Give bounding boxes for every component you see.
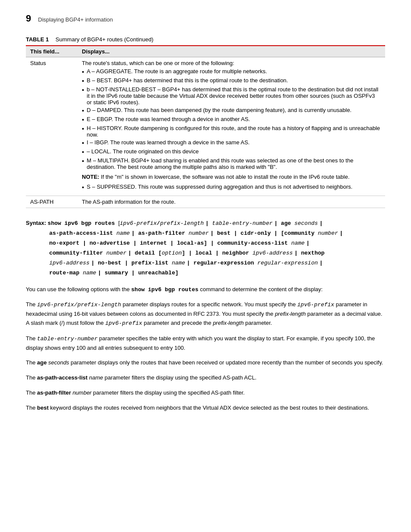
field-aspath: AS-PATH	[26, 196, 78, 208]
syntax-seconds: seconds	[294, 220, 318, 227]
syntax-pipe8: |	[319, 260, 323, 266]
inline-prefixlen2: prefix-length	[213, 320, 244, 326]
syntax-section: Syntax: show ipv6 bgp routes [ipv6-prefi…	[26, 218, 385, 278]
syntax-aspathfilter: as-path-filter	[138, 230, 189, 236]
para-best: The best keyword displays the routes rec…	[26, 404, 385, 413]
table-row: Status The route's status, which can be …	[26, 57, 385, 196]
para-aspathfilter: The as-path-filter number parameter filt…	[26, 389, 385, 398]
inline-seconds: seconds	[48, 359, 69, 366]
syntax-pipe2: |	[274, 220, 281, 227]
syntax-ipv6addr1: ipv6-address	[252, 250, 293, 256]
syntax-number1: number	[189, 230, 209, 236]
table-row: AS-PATH The AS-path information for the …	[26, 196, 385, 208]
page-header: 9 Displaying BGP4+ information	[26, 13, 385, 24]
inline-code-showipv6: show ipv6 bgp routes	[131, 286, 199, 293]
inline-tableentry: table-entry-number	[37, 336, 97, 342]
syntax-best: best | cidr-only | [community	[217, 230, 318, 236]
syntax-number2: number	[318, 230, 338, 236]
field-status: Status	[26, 57, 78, 196]
main-table: This field... Displays... Status The rou…	[26, 45, 385, 208]
syntax-age: age	[281, 220, 294, 227]
syntax-pipe1: |	[206, 220, 212, 227]
list-item: M – MULTIPATH. BGP4+ load sharing is ena…	[82, 157, 381, 170]
syntax-ipv6prefix: ipv6-prefix	[120, 220, 157, 227]
syntax-number3: number	[106, 250, 127, 256]
syntax-slash: /	[157, 220, 160, 227]
table-header-row: This field... Displays...	[26, 46, 385, 57]
syntax-name4: name	[83, 270, 96, 276]
syntax-name1: name	[116, 230, 130, 236]
note-text: If the "m" is shown in lowercase, the so…	[101, 174, 349, 180]
inline-ipv6prefix2: ipv6-prefix	[297, 302, 334, 308]
syntax-pipe3: |	[319, 220, 323, 227]
syntax-communityfilter: community-filter	[49, 250, 106, 256]
syntax-label: Syntax:	[26, 220, 48, 226]
list-item: – LOCAL. The route originated on this de…	[82, 148, 381, 156]
para-ipv6prefix: The ipv6-prefix/prefix-length parameter …	[26, 300, 385, 328]
table-label-row: TABLE 1 Summary of BGP4+ routes (Continu…	[26, 36, 385, 43]
syntax-pipe5: |	[210, 230, 217, 236]
displays-status: The route's status, which can be one or …	[78, 57, 385, 196]
syntax-nobest: | no-best | prefix-list	[91, 260, 171, 266]
displays-aspath: The AS-path information for the route.	[78, 196, 385, 208]
inline-best: best	[37, 404, 49, 411]
syntax-ipv6addr2: ipv6-address	[49, 260, 90, 266]
note-label: NOTE:	[82, 174, 99, 180]
syntax-nexthop: | nexthop	[294, 250, 324, 256]
para-aspathaccess: The as-path-access-list name parameter f…	[26, 373, 385, 383]
syntax-pipe7: |	[306, 240, 310, 246]
inline-aspathfilter: as-path-filter	[37, 389, 71, 396]
inline-number-italic1: number	[72, 389, 91, 396]
list-item: D – DAMPED. This route has been dampened…	[82, 107, 381, 115]
syntax-routemap: route-map	[49, 270, 83, 276]
inline-aspathaccess: as-path-access-list	[37, 374, 87, 381]
table-title: Summary of BGP4+ routes (Continued)	[56, 36, 153, 43]
page-title: Displaying BGP4+ information	[38, 16, 113, 23]
syntax-table-entry: table-entry-number	[212, 220, 272, 227]
syntax-name2: name	[291, 240, 305, 246]
list-item: H – HISTORY. Route dampening is configur…	[82, 125, 381, 138]
table-label: TABLE 1	[26, 36, 49, 43]
syntax-option: option	[162, 250, 182, 256]
syntax-aspathaccess: as-path-access-list	[49, 230, 116, 236]
list-item: S – SUPPRESSED. This route was suppresse…	[82, 184, 381, 191]
syntax-command: show ipv6 bgp routes	[48, 220, 118, 227]
inline-age-bold: age	[37, 359, 47, 366]
note-block: NOTE: If the "m" is shown in lowercase, …	[82, 174, 381, 180]
list-item: b – NOT-INSTALLED-BEST – BGP4+ has deter…	[82, 86, 381, 106]
list-item: B – BEST. BGP4+ has determined that this…	[82, 77, 381, 85]
syntax-pipe4: |	[131, 230, 138, 236]
syntax-pipe6: |	[339, 230, 343, 236]
list-item: I – IBGP. The route was learned through …	[82, 139, 381, 147]
syntax-regex-val: regular-expression	[257, 260, 318, 266]
list-item: A – AGGREGATE. The route is an aggregate…	[82, 68, 381, 76]
syntax-noexport: no-export | no-advertise | internet | lo…	[49, 240, 291, 246]
para-age: The age seconds parameter displays only …	[26, 358, 385, 367]
syntax-detail: | detail [	[128, 250, 162, 256]
col-displays: Displays...	[78, 46, 385, 57]
status-bullet-list: A – AGGREGATE. The route is an aggregate…	[82, 68, 381, 170]
syntax-name3: name	[172, 260, 185, 266]
status-intro: The route's status, which can be one or …	[82, 60, 234, 66]
syntax-detail2: ] | local | neighbor	[182, 250, 252, 256]
para-intro: You can use the following options with t…	[26, 285, 385, 295]
col-field: This field...	[26, 46, 78, 57]
list-item: E – EBGP. The route was learned through …	[82, 116, 381, 124]
inline-ipv6prefix3: ipv6-prefix	[105, 320, 142, 327]
para-tableentry: The table-entry-number parameter specifi…	[26, 334, 385, 353]
syntax-prefixlen: prefix-length	[160, 220, 204, 227]
syntax-summary: | summary | unreachable]	[98, 270, 178, 276]
inline-prefixlen: prefix-length	[275, 311, 306, 317]
status-bullet-list-2: S – SUPPRESSED. This route was suppresse…	[82, 184, 381, 191]
inline-ipv6prefix: ipv6-prefix/prefix-length	[37, 302, 121, 308]
page-number: 9	[26, 13, 31, 24]
syntax-regex: | regular-expression	[187, 260, 258, 266]
inline-name-italic1: name	[89, 374, 103, 381]
